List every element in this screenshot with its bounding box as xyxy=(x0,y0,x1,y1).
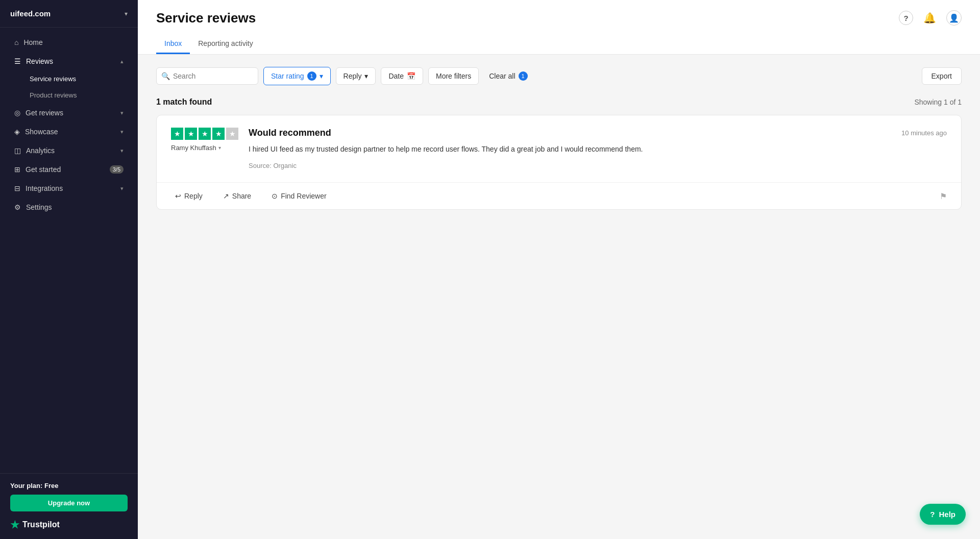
share-icon: ↗ xyxy=(223,192,229,200)
header-actions: ? 🔔 👤 xyxy=(899,10,962,26)
analytics-icon: ◫ xyxy=(14,146,21,155)
star-rating-label: Star rating xyxy=(271,72,304,80)
review-card-body: ★ ★ ★ ★ ★ Ramy Khuffash ▾ Wo xyxy=(157,115,961,182)
star-rating: ★ ★ ★ ★ ★ xyxy=(171,128,238,140)
sidebar-item-label: Home xyxy=(23,38,124,46)
review-text: I hired UI feed as my trusted design par… xyxy=(249,143,947,155)
clear-all-button[interactable]: Clear all 1 xyxy=(484,67,532,85)
service-reviews-label: Service reviews xyxy=(30,75,76,83)
sidebar-item-showcase[interactable]: ◈ Showcase ▾ xyxy=(4,122,134,141)
sidebar-item-service-reviews[interactable]: Service reviews xyxy=(4,71,134,87)
help-fab-label: Help xyxy=(939,510,955,519)
sidebar-item-analytics[interactable]: ◫ Analytics ▾ xyxy=(4,141,134,160)
sidebar-item-home[interactable]: ⌂ Home xyxy=(4,33,134,52)
home-icon: ⌂ xyxy=(14,38,18,46)
star-rating-filter-button[interactable]: Star rating 1 ▾ xyxy=(263,67,331,85)
clear-all-label: Clear all xyxy=(489,72,515,80)
review-card-footer: ↩ Reply ↗ Share ⊙ Find Reviewer ⚑ xyxy=(157,182,961,209)
star-3: ★ xyxy=(199,128,211,140)
trustpilot-logo: ★ Trustpilot xyxy=(10,519,128,531)
results-showing: Showing 1 of 1 xyxy=(914,98,962,106)
search-wrapper: 🔍 xyxy=(156,67,258,85)
sidebar-item-label: Reviews xyxy=(26,57,115,65)
trustpilot-label: Trustpilot xyxy=(22,520,60,529)
product-reviews-label: Product reviews xyxy=(30,91,77,99)
sidebar-item-label: Integrations xyxy=(26,184,115,192)
reply-filter-button[interactable]: Reply ▾ xyxy=(336,67,376,85)
reply-filter-chevron-icon: ▾ xyxy=(364,72,368,80)
reviews-icon: ☰ xyxy=(14,57,21,65)
tab-inbox[interactable]: Inbox xyxy=(156,34,190,54)
review-time: 10 minutes ago xyxy=(901,129,947,137)
sidebar-nav: ⌂ Home ☰ Reviews ▴ Service reviews Produ… xyxy=(0,28,138,473)
sidebar-item-label: Analytics xyxy=(26,146,115,155)
search-icon: 🔍 xyxy=(161,72,170,80)
clear-all-badge: 1 xyxy=(519,71,528,81)
date-filter-label: Date xyxy=(388,72,404,80)
star-4: ★ xyxy=(212,128,225,140)
star-5-empty: ★ xyxy=(226,128,238,140)
showcase-icon: ◈ xyxy=(14,128,20,136)
find-reviewer-icon: ⊙ xyxy=(272,192,278,200)
help-fab-icon: ? xyxy=(930,510,935,519)
results-count: 1 match found xyxy=(156,97,212,107)
main-area: Service reviews ? 🔔 👤 Inbox Reporting ac… xyxy=(138,0,980,539)
main-content: 🔍 Star rating 1 ▾ Reply ▾ Date 📅 More fi… xyxy=(138,55,980,539)
help-icon[interactable]: ? xyxy=(899,11,913,25)
review-source: Source: Organic xyxy=(249,162,297,169)
reply-filter-label: Reply xyxy=(344,72,362,80)
search-input[interactable] xyxy=(156,67,258,85)
sidebar-item-settings[interactable]: ⚙ Settings xyxy=(4,198,134,216)
find-reviewer-label: Find Reviewer xyxy=(281,192,326,200)
star-rating-badge: 1 xyxy=(307,71,316,81)
share-label: Share xyxy=(232,192,251,200)
sidebar-item-product-reviews[interactable]: Product reviews xyxy=(4,87,134,103)
page-title: Service reviews xyxy=(156,10,962,26)
more-filters-label: More filters xyxy=(436,72,471,80)
chevron-down-icon: ▾ xyxy=(120,148,124,154)
reply-button[interactable]: ↩ Reply xyxy=(171,190,207,202)
brand-name: uifeed.com xyxy=(10,9,51,18)
sidebar: uifeed.com ▾ ⌂ Home ☰ Reviews ▴ Service … xyxy=(0,0,138,539)
notifications-icon[interactable]: 🔔 xyxy=(923,12,936,24)
more-filters-button[interactable]: More filters xyxy=(428,67,479,85)
sidebar-bottom: Your plan: Free Upgrade now ★ Trustpilot xyxy=(0,473,138,539)
flag-icon[interactable]: ⚑ xyxy=(940,191,947,201)
export-button[interactable]: Export xyxy=(922,67,962,85)
sidebar-item-integrations[interactable]: ⊟ Integrations ▾ xyxy=(4,179,134,198)
calendar-icon: 📅 xyxy=(407,72,415,80)
settings-icon: ⚙ xyxy=(14,203,21,211)
plan-text: Your plan: Free xyxy=(10,482,128,489)
results-summary: 1 match found Showing 1 of 1 xyxy=(156,97,962,107)
tab-reporting[interactable]: Reporting activity xyxy=(190,34,261,54)
get-reviews-icon: ◎ xyxy=(14,109,20,117)
review-content: Would recommend 10 minutes ago I hired U… xyxy=(249,128,947,170)
sidebar-item-get-started[interactable]: ⊞ Get started 3/5 xyxy=(4,160,134,179)
review-top: ★ ★ ★ ★ ★ Ramy Khuffash ▾ Wo xyxy=(171,128,947,170)
sidebar-item-get-reviews[interactable]: ◎ Get reviews ▾ xyxy=(4,104,134,122)
plan-name: Free xyxy=(44,482,58,489)
sidebar-item-reviews[interactable]: ☰ Reviews ▴ xyxy=(4,52,134,70)
upgrade-button[interactable]: Upgrade now xyxy=(10,495,128,511)
sidebar-item-label: Get started xyxy=(26,165,105,174)
review-title: Would recommend xyxy=(249,128,331,138)
chevron-down-icon: ▾ xyxy=(120,110,124,116)
find-reviewer-button[interactable]: ⊙ Find Reviewer xyxy=(267,190,330,202)
user-icon[interactable]: 👤 xyxy=(946,10,962,26)
chevron-down-icon: ▾ xyxy=(120,185,124,192)
chevron-down-icon: ▾ xyxy=(120,129,124,135)
reviewer-name[interactable]: Ramy Khuffash ▾ xyxy=(171,144,238,152)
sidebar-item-label: Settings xyxy=(26,203,124,211)
star-1: ★ xyxy=(171,128,183,140)
filters-bar: 🔍 Star rating 1 ▾ Reply ▾ Date 📅 More fi… xyxy=(156,67,962,85)
trustpilot-star-icon: ★ xyxy=(10,519,19,531)
star-rating-chevron-icon: ▾ xyxy=(320,72,323,80)
get-started-icon: ⊞ xyxy=(14,165,20,174)
share-button[interactable]: ↗ Share xyxy=(219,190,255,202)
date-filter-button[interactable]: Date 📅 xyxy=(381,67,423,85)
sidebar-brand[interactable]: uifeed.com ▾ xyxy=(0,0,138,28)
reply-icon: ↩ xyxy=(175,192,181,200)
review-title-row: Would recommend 10 minutes ago xyxy=(249,128,947,138)
sidebar-item-label: Get reviews xyxy=(26,109,115,117)
help-fab[interactable]: ? Help xyxy=(920,504,966,525)
